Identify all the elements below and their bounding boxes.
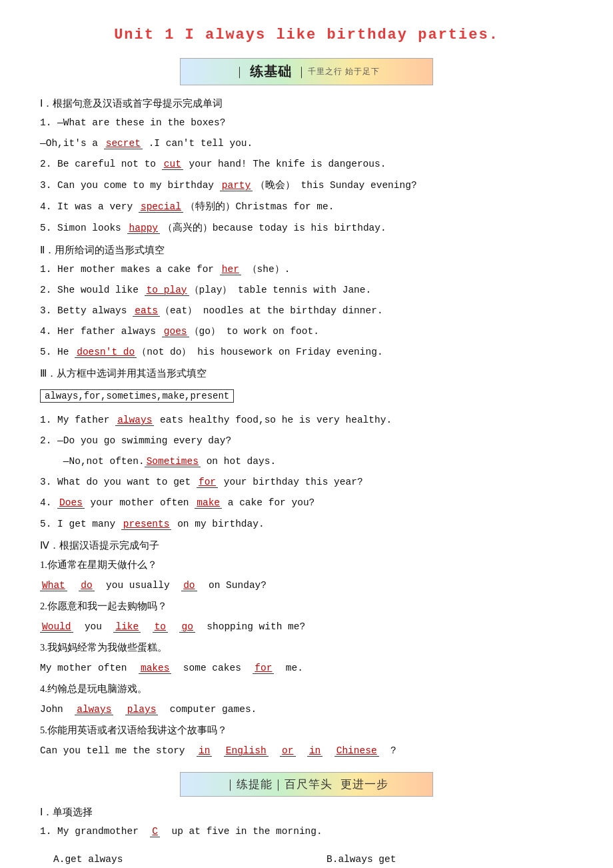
answer-blank: Would [40, 621, 73, 633]
list-item: 1.你通常在星期天做什么？ [40, 556, 573, 573]
list-item: John always plays computer games. [40, 701, 573, 718]
answer-blank: in [197, 745, 212, 757]
banner2-bar: ｜ [225, 777, 237, 792]
banner1-main: 练基础 [250, 63, 292, 81]
list-item: 4. Does your mother often make a cake fo… [40, 494, 573, 511]
answer-blank: plays [125, 704, 159, 715]
answer-blank: or [280, 745, 295, 757]
list-item: 2. Be careful not to cut your hand! The … [40, 155, 573, 173]
banner-2: ｜ 练提能 ｜ 百尺竿头 更进一步 [180, 772, 433, 797]
list-item: Can you tell me the story in English or … [40, 742, 573, 759]
answer-blank: for [197, 477, 218, 488]
answer-blank: English [224, 745, 269, 757]
banner1-sub: 千里之行 始于足下 [308, 66, 380, 77]
answer-blank: her [220, 264, 241, 275]
section1-title: Ⅰ．根据句意及汉语或首字母提示完成单词 [40, 97, 573, 110]
answer-blank: makes [139, 663, 172, 674]
list-item: 1. My father always eats healthy food,so… [40, 411, 573, 429]
answer-blank: Does [57, 497, 85, 509]
answer-blank: What [40, 580, 67, 591]
banner2-sub: 百尺竿头 更进一步 [285, 777, 388, 792]
list-item: 5.你能用英语或者汉语给我讲这个故事吗？ [40, 721, 573, 739]
list-item: 3. Betty always eats（eat） noodles at the… [40, 302, 573, 319]
banner1-bar2: ｜ [296, 64, 308, 79]
answer-blank: happy [127, 223, 161, 234]
list-item: 4. It was a very special （特别的）Christmas … [40, 197, 573, 215]
list-item: 3. What do you want to get for your birt… [40, 473, 573, 491]
banner1-bar: ｜ [234, 64, 246, 79]
list-item: —Oh,it's a secret .I can't tell you. [40, 135, 573, 152]
list-item: 2. —Do you go swimming every day? [40, 432, 573, 449]
answer-blank: presents [121, 519, 172, 530]
answer-blank: always [115, 415, 154, 426]
answer-blank: special [139, 201, 183, 213]
list-item: 1. —What are these in the boxes? [40, 114, 573, 131]
answer-blank: go [179, 621, 195, 633]
list-item: 3.我妈妈经常为我做些蛋糕。 [40, 639, 573, 656]
answer-blank: like [113, 621, 141, 633]
list-item: 4.约翰总是玩电脑游戏。 [40, 680, 573, 697]
answer-blank: always [75, 704, 113, 715]
section3-title: Ⅲ．从方框中选词并用其适当形式填空 [40, 367, 573, 380]
list-item: 2.你愿意和我一起去购物吗？ [40, 597, 573, 615]
word-box: always,for,sometimes,make,present [40, 389, 234, 403]
answer-blank: cut [162, 159, 183, 170]
answer-blank: to play [145, 285, 189, 296]
section5-title: Ⅰ．单项选择 [40, 806, 573, 819]
banner2-bar2: ｜ [273, 777, 285, 792]
mc-option[interactable]: B.always get [326, 854, 573, 865]
section2-title: Ⅱ．用所给词的适当形式填空 [40, 244, 573, 257]
list-item: What do you usually do on Sunday? [40, 577, 573, 594]
answer-blank: party [220, 180, 253, 191]
answer-blank: eats [133, 305, 160, 317]
answer-blank: do [181, 580, 197, 591]
list-item: 4. Her father always goes（go） to work on… [40, 323, 573, 340]
list-item: 1. My grandmother C up at five in the mo… [40, 823, 573, 840]
section4-title: Ⅳ．根据汉语提示完成句子 [40, 539, 573, 552]
answer-blank: secret [104, 138, 143, 149]
answer-blank: do [79, 580, 94, 591]
list-item: 2. She would like to play（play） table te… [40, 281, 573, 299]
mc-options-1: A.get always B.always get C.always gets … [53, 854, 573, 868]
list-item: Would you like to go shopping with me? [40, 618, 573, 635]
answer-blank: in [307, 745, 322, 757]
answer-blank: goes [162, 326, 189, 337]
mc-option[interactable]: A.get always [53, 854, 300, 865]
list-item: —No,not often.Sometimes on hot days. [40, 453, 573, 470]
answer-blank: C [150, 826, 160, 837]
answer-blank: to [153, 621, 168, 633]
banner-1: ｜ 练基础 ｜ 千里之行 始于足下 [180, 58, 433, 85]
banner2-main: 练提能 [237, 777, 273, 792]
list-item: 1. Her mother makes a cake for her （she）… [40, 261, 573, 278]
answer-blank: make [195, 497, 222, 509]
answer-blank: for [253, 663, 274, 674]
list-item: 5. He doesn't do（not do） his housework o… [40, 343, 573, 361]
answer-blank: Sometimes [145, 456, 201, 467]
list-item: My mother often makes some cakes for me. [40, 659, 573, 677]
answer-blank: Chinese [334, 745, 379, 757]
answer-blank: doesn't do [75, 347, 137, 358]
list-item: 5. Simon looks happy （高兴的）because today … [40, 219, 573, 237]
page-title: Unit 1 I always like birthday parties. [40, 27, 573, 43]
list-item: 3. Can you come to my birthday party （晚会… [40, 176, 573, 194]
list-item: 5. I get many presents on my birthday. [40, 515, 573, 533]
